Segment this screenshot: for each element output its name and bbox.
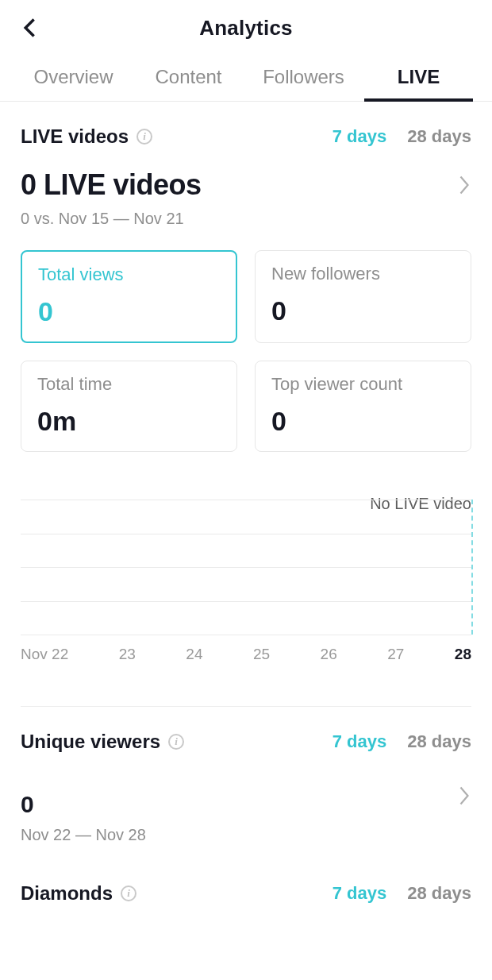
unique-viewers-title: Unique viewers [21,731,160,753]
app-header: Analytics [0,0,492,56]
unique-viewers-value: 0 [21,791,34,818]
stat-cards: Total views 0 New followers 0 Total time… [21,250,471,452]
diamonds-title: Diamonds [21,882,113,905]
card-label: Top viewer count [271,374,455,395]
xaxis-label: 23 [119,646,136,663]
chart-gridline [21,500,471,500]
chart-gridline [21,601,471,602]
xaxis-label: 24 [186,646,202,663]
unique-viewers-row[interactable]: 0 [21,774,471,818]
page-title: Analytics [199,16,292,41]
chart-gridline [21,635,471,635]
chart-area[interactable] [21,500,471,635]
live-videos-headline: 0 LIVE videos [21,168,202,202]
xaxis-label: 25 [253,646,270,663]
card-total-views[interactable]: Total views 0 [21,250,237,343]
chevron-right-icon [457,784,471,808]
back-icon[interactable] [19,17,41,39]
unique-viewers-range: Nov 22 — Nov 28 [21,826,471,844]
tab-content[interactable]: Content [131,66,246,101]
range-7days[interactable]: 7 days [332,731,387,752]
chevron-right-icon [457,173,471,197]
card-value: 0 [271,295,455,326]
card-value: 0 [271,406,455,437]
tab-overview[interactable]: Overview [16,66,131,101]
xaxis-label: 27 [387,646,404,663]
card-label: New followers [271,264,455,284]
section-diamonds: Diamonds i 7 days 28 days [0,844,492,905]
live-chart: No LIVE video Nov 22232425262728 [21,500,471,663]
card-label: Total time [37,374,221,395]
live-videos-title: LIVE videos [21,125,129,148]
card-top-viewer-count[interactable]: Top viewer count 0 [255,361,471,452]
info-icon[interactable]: i [121,885,136,901]
card-value: 0m [37,406,221,437]
range-28days[interactable]: 28 days [407,126,471,147]
live-videos-summary-row[interactable]: 0 LIVE videos [21,168,471,202]
xaxis-label: 26 [321,646,337,663]
range-28days[interactable]: 28 days [407,731,471,752]
range-toggle-live: 7 days 28 days [332,126,471,147]
info-icon[interactable]: i [168,734,184,750]
chart-marker [471,500,473,635]
tab-live[interactable]: LIVE [361,66,476,101]
card-new-followers[interactable]: New followers 0 [255,250,471,343]
range-toggle-diamonds: 7 days 28 days [332,883,471,904]
card-value: 0 [38,296,220,327]
card-label: Total views [38,264,220,285]
chart-gridline [21,534,471,534]
live-videos-comparison: 0 vs. Nov 15 — Nov 21 [21,210,471,228]
range-7days[interactable]: 7 days [332,883,387,904]
xaxis-label: Nov 22 [21,646,68,663]
chart-gridline [21,567,471,568]
range-toggle-unique: 7 days 28 days [332,731,471,752]
section-unique-viewers: Unique viewers i 7 days 28 days 0 Nov 22… [0,707,492,844]
range-7days[interactable]: 7 days [332,126,387,147]
chart-xaxis: Nov 22232425262728 [21,646,471,663]
xaxis-label: 28 [455,646,471,663]
tab-followers[interactable]: Followers [246,66,361,101]
info-icon[interactable]: i [136,129,152,145]
tab-bar: Overview Content Followers LIVE [0,56,492,102]
range-28days[interactable]: 28 days [407,883,471,904]
card-total-time[interactable]: Total time 0m [21,361,237,452]
section-live-videos: LIVE videos i 7 days 28 days 0 LIVE vide… [0,102,492,663]
